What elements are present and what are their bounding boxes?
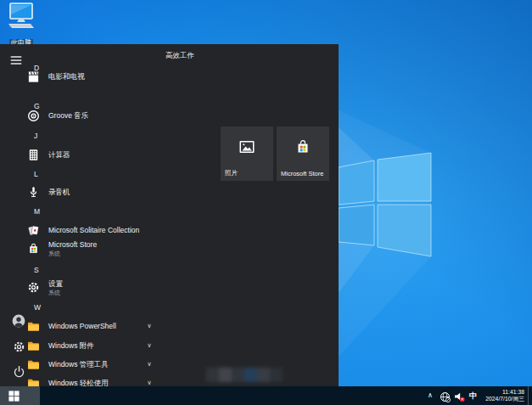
- solitaire-icon: [27, 224, 40, 237]
- voice-recorder-icon: [27, 186, 40, 199]
- app-list-item-calculator[interactable]: 计算器: [0, 146, 170, 163]
- app-list-letter-l[interactable]: L: [0, 166, 170, 183]
- app-sublabel: 系统: [48, 289, 60, 297]
- app-list-letter-w[interactable]: W: [0, 299, 170, 316]
- clock-time: 11:41:38: [479, 389, 524, 397]
- start-menu: D 电影和电视 G: [0, 44, 339, 386]
- desktop-icon-this-pc[interactable]: 此电脑: [2, 3, 41, 42]
- network-globe-icon[interactable]: [440, 391, 451, 402]
- tile-label: 照片: [225, 169, 238, 177]
- movies-tv-icon: [27, 70, 40, 83]
- app-list-letter-j[interactable]: J: [0, 127, 170, 144]
- settings-gear-icon: [27, 281, 40, 294]
- show-desktop-button[interactable]: [528, 386, 529, 405]
- app-list-item-solitaire[interactable]: Microsoft Solitaire Collection: [0, 222, 170, 239]
- app-list-item-settings[interactable]: 设置 系统: [0, 278, 170, 298]
- app-list-item-voice-recorder[interactable]: 录音机: [0, 183, 170, 200]
- chevron-down-icon[interactable]: ∨: [143, 356, 155, 373]
- blurred-watermark: [206, 368, 283, 382]
- app-list-folder-windows-ease-of-access[interactable]: Windows 轻松使用 ∨: [0, 374, 170, 386]
- taskbar: ∧ 中 11:41:38 2024/7/10/周三: [0, 386, 532, 405]
- tile-group-title[interactable]: 高效工作: [165, 51, 194, 61]
- store-icon: [27, 242, 40, 255]
- store-icon: [294, 138, 311, 159]
- folder-icon: [27, 320, 40, 333]
- app-list-letter-s[interactable]: S: [0, 262, 170, 278]
- start-app-list: D 电影和电视 G: [0, 44, 170, 386]
- app-list-item-microsoft-store[interactable]: Microsoft Store 系统: [0, 239, 170, 259]
- windows-logo-icon: [8, 391, 20, 402]
- app-list-item-groove-music[interactable]: Groove 音乐: [0, 107, 170, 124]
- app-list-folder-windows-powershell[interactable]: Windows PowerShell ∨: [0, 318, 170, 335]
- groove-music-icon: [27, 110, 40, 122]
- clock-date: 2024/7/10/周三: [479, 396, 524, 403]
- this-pc-icon: [5, 3, 37, 30]
- app-list-folder-windows-accessories[interactable]: Windows 附件 ∨: [0, 337, 170, 354]
- app-list-letter-m[interactable]: M: [0, 203, 170, 220]
- ime-indicator[interactable]: 中: [467, 386, 479, 405]
- start-button[interactable]: [0, 386, 40, 405]
- windows-desktop: 此电脑: [0, 0, 532, 405]
- folder-icon: [27, 358, 40, 371]
- app-sublabel: 系统: [48, 250, 60, 258]
- tile-microsoft-store[interactable]: Microsoft Store: [277, 127, 329, 181]
- chevron-down-icon[interactable]: ∨: [143, 318, 155, 335]
- folder-icon: [27, 377, 40, 387]
- folder-icon: [27, 340, 40, 352]
- show-hidden-icons-chevron-icon[interactable]: ∧: [424, 386, 436, 405]
- tile-label: Microsoft Store: [281, 170, 323, 177]
- chevron-down-icon[interactable]: ∨: [143, 337, 155, 354]
- app-list-folder-windows-admin-tools[interactable]: Windows 管理工具 ∨: [0, 356, 170, 373]
- chevron-down-icon[interactable]: ∨: [143, 374, 155, 386]
- calculator-icon: [27, 149, 40, 161]
- app-list-item-movies-tv[interactable]: 电影和电视: [0, 68, 170, 85]
- photos-icon: [238, 138, 255, 159]
- taskbar-clock[interactable]: 11:41:38 2024/7/10/周三: [479, 389, 524, 403]
- volume-muted-icon[interactable]: [454, 391, 465, 402]
- tile-photos[interactable]: 照片: [221, 127, 273, 181]
